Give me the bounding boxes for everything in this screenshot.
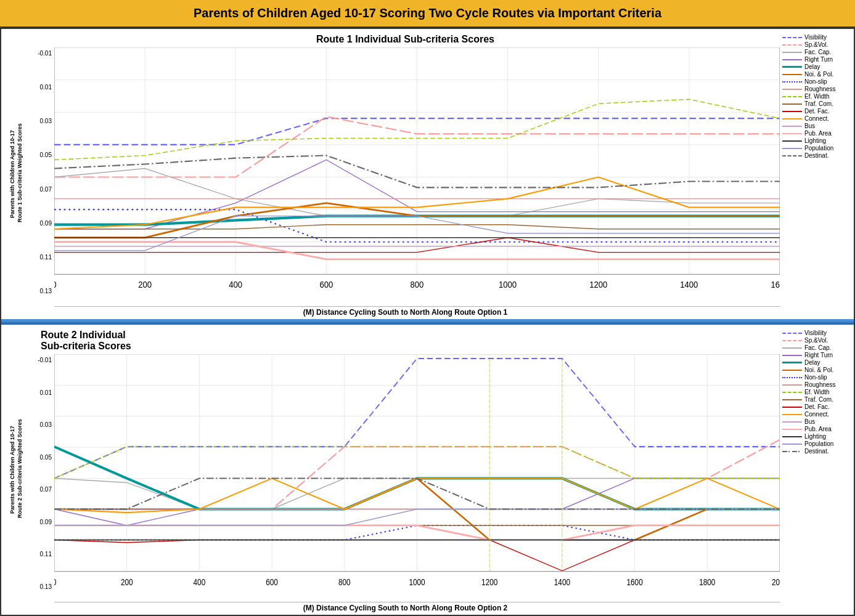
legend1-detfac: Det. Fac.	[782, 108, 849, 115]
chart2-svg-container: 0 200 400 600 800 1000 1200 1400 1600 18…	[54, 354, 780, 602]
legend2-bus: Bus	[782, 418, 849, 425]
main-title: Parents of Children Aged 10-17 Scoring T…	[0, 0, 855, 28]
chart1-y-label1: Parents with Children Aged 10-17	[9, 130, 15, 218]
legend2-connect: Connect.	[782, 411, 849, 418]
svg-text:400: 400	[194, 577, 206, 587]
chart1-y-ticks: 0.13 0.11 0.09 0.07 0.05 0.03 0.01 -0.01	[31, 47, 54, 307]
chart1-svg: 0 200 400 600 800 1000 1200 1400 1600	[54, 47, 780, 307]
charts-area: Parents with Children Aged 10-17 Route 1…	[0, 28, 855, 616]
legend1-delay: Delay	[782, 63, 849, 70]
legend2-nonslip: Non-slip	[782, 374, 849, 381]
chart1-body: Route 1 Individual Sub-criteria Scores 0…	[31, 29, 780, 319]
chart2-canvas: 0.13 0.11 0.09 0.07 0.05 0.03 0.01 -0.01	[31, 354, 780, 602]
legend2-roughness: Roughness	[782, 381, 849, 388]
legend2-visibility: Visibility	[782, 330, 849, 336]
legend1-faccap: Fac. Cap.	[782, 49, 849, 55]
chart2-y-label1: Parents with Children Aged 10-17	[9, 426, 15, 514]
chart2-legend: Visibility Sp.&Vol. Fac. Cap. Right Turn…	[780, 325, 854, 615]
chart2-y-axis-label: Parents with Children Aged 10-17 Route 2…	[1, 325, 31, 615]
chart1-svg-container: 0 200 400 600 800 1000 1200 1400 1600	[54, 47, 780, 307]
legend1-noi: Noi. & Pol.	[782, 71, 849, 78]
legend2-lighting: Lighting	[782, 433, 849, 440]
svg-text:1200: 1200	[589, 280, 607, 290]
svg-text:800: 800	[411, 280, 424, 290]
legend2-traffcom: Traf. Com.	[782, 396, 849, 403]
legend1-roughness: Roughness	[782, 86, 849, 92]
legend1-pubarea: Pub. Area	[782, 130, 849, 137]
chart2-section: Parents with Children Aged 10-17 Route 2…	[1, 325, 854, 615]
legend1-spvol: Sp.&Vol.	[782, 41, 849, 48]
legend2-detfac: Det. Fac.	[782, 403, 849, 410]
svg-text:1000: 1000	[409, 577, 425, 587]
chart1-legend: Visibility Sp.&Vol. Fac. Cap. Right Turn…	[780, 29, 854, 319]
chart1-title: Route 1 Individual Sub-criteria Scores	[31, 29, 780, 47]
legend2-rightturn: Right Turn	[782, 352, 849, 359]
legend1-bus: Bus	[782, 123, 849, 129]
chart2-x-label: (M) Distance Cycling South to North Alon…	[31, 602, 780, 615]
legend1-traffcom: Traf. Com.	[782, 100, 849, 107]
legend1-lighting: Lighting	[782, 137, 849, 144]
chart1-x-label: (M) Distance Cycling South to North Alon…	[31, 307, 780, 319]
chart2-y-label2: Route 2 Sub-criteria Weighted Scores	[17, 419, 23, 518]
svg-text:1000: 1000	[499, 280, 517, 290]
svg-text:400: 400	[229, 280, 242, 290]
legend1-visibility: Visibility	[782, 34, 849, 41]
legend1-efwidth: Ef. Width	[782, 93, 849, 100]
svg-text:600: 600	[266, 577, 278, 587]
legend2-population: Population	[782, 440, 849, 447]
legend2-spvol: Sp.&Vol.	[782, 337, 849, 344]
svg-text:800: 800	[338, 577, 351, 587]
chart1-section: Parents with Children Aged 10-17 Route 1…	[1, 29, 854, 321]
legend1-destinat: Destinat.	[782, 152, 849, 159]
chart2-svg: 0 200 400 600 800 1000 1200 1400 1600 18…	[54, 354, 780, 602]
main-container: Parents of Children Aged 10-17 Scoring T…	[0, 0, 855, 616]
legend1-connect: Connect.	[782, 115, 849, 122]
chart1-y-label2: Route 1 Sub-criteria Weighted Scores	[17, 123, 23, 222]
chart1-canvas: 0.13 0.11 0.09 0.07 0.05 0.03 0.01 -0.01	[31, 47, 780, 307]
legend1-rightturn: Right Turn	[782, 56, 849, 63]
chart1-y-axis-label: Parents with Children Aged 10-17 Route 1…	[1, 29, 31, 319]
legend1-nonslip: Non-slip	[782, 78, 849, 85]
svg-text:0: 0	[54, 280, 57, 290]
svg-text:1200: 1200	[481, 577, 497, 587]
svg-text:1600: 1600	[627, 577, 643, 587]
legend2-delay: Delay	[782, 359, 849, 366]
svg-text:1400: 1400	[680, 280, 698, 290]
legend2-faccap: Fac. Cap.	[782, 344, 849, 351]
legend2-efwidth: Ef. Width	[782, 389, 849, 395]
legend2-destinat: Destinat.	[782, 448, 849, 455]
svg-text:200: 200	[138, 280, 152, 290]
svg-text:200: 200	[121, 577, 133, 587]
chart2-body: Route 2 IndividualSub-criteria Scores 0.…	[31, 325, 780, 615]
legend1-population: Population	[782, 145, 849, 152]
legend2-noi: Noi. & Pol.	[782, 367, 849, 373]
svg-text:600: 600	[319, 280, 333, 290]
svg-text:0: 0	[54, 577, 56, 587]
chart2-title: Route 2 IndividualSub-criteria Scores	[31, 325, 780, 354]
chart2-y-ticks: 0.13 0.11 0.09 0.07 0.05 0.03 0.01 -0.01	[31, 354, 54, 602]
svg-text:1400: 1400	[554, 577, 570, 587]
svg-text:2000: 2000	[772, 577, 780, 587]
legend2-pubarea: Pub. Area	[782, 426, 849, 432]
svg-text:1800: 1800	[699, 577, 715, 587]
svg-text:1600: 1600	[771, 280, 780, 290]
